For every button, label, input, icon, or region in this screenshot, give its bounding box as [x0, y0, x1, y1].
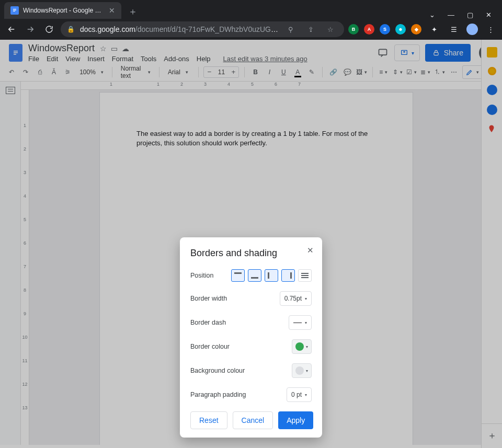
back-button[interactable]: [4, 22, 19, 37]
url-host: docs.google.com: [80, 25, 135, 33]
window-controls: ⌄ — ▢ ✕: [429, 11, 498, 19]
new-tab-button[interactable]: ＋: [126, 4, 140, 19]
share-url-icon[interactable]: ⇪: [303, 22, 318, 37]
docs-app: WindowsReport ☆ ▭ ☁ File Edit View Inser…: [0, 40, 502, 448]
label-border-colour: Border colour: [190, 343, 230, 350]
position-buttons: [231, 269, 312, 282]
border-colour-select[interactable]: [292, 339, 312, 354]
close-window-icon[interactable]: ✕: [486, 11, 492, 19]
svg-rect-3: [13, 11, 15, 12]
apply-button[interactable]: Apply: [278, 411, 313, 429]
label-paragraph-padding: Paragraph padding: [190, 391, 246, 398]
borders-shading-dialog: ✕ Borders and shading Position Border wi…: [180, 237, 322, 438]
border-colour-swatch: [295, 342, 304, 351]
browser-chrome: WindowsReport - Google Docs ✕ ＋ ⌄ — ▢ ✕ …: [0, 0, 502, 40]
profile-avatar-icon[interactable]: [466, 24, 478, 35]
dialog-title: Borders and shading: [190, 248, 312, 259]
paragraph-padding-value: 0 pt: [291, 391, 302, 398]
dash-preview-icon: [293, 323, 302, 323]
browser-tab[interactable]: WindowsReport - Google Docs ✕: [4, 2, 121, 19]
star-icon[interactable]: ☆: [323, 22, 338, 37]
background-colour-select[interactable]: [292, 363, 312, 378]
border-left-button[interactable]: [265, 269, 278, 282]
cancel-button[interactable]: Cancel: [233, 411, 273, 429]
url-path: /document/d/1q-71oFwK_DWhzbV0uzUG3kDP0..…: [135, 25, 278, 33]
border-width-select[interactable]: 0.75pt: [280, 291, 312, 306]
ext-abp-icon[interactable]: A: [364, 24, 374, 35]
lock-icon: 🔒: [67, 26, 75, 33]
ext-s-icon[interactable]: S: [380, 24, 390, 35]
reset-button[interactable]: Reset: [190, 411, 227, 429]
extension-icons: B A S ☻ ◆ ✦ ☰ ⋮: [348, 22, 498, 37]
border-bottom-button[interactable]: [248, 269, 261, 282]
border-top-button[interactable]: [231, 269, 245, 282]
tab-bar: WindowsReport - Google Docs ✕ ＋ ⌄ — ▢ ✕: [0, 0, 502, 19]
ext-bot-icon[interactable]: ☻: [395, 24, 406, 35]
ext-metamask-icon[interactable]: ◆: [411, 24, 421, 35]
maximize-icon[interactable]: ▢: [467, 11, 473, 19]
tab-title: WindowsReport - Google Docs: [23, 7, 105, 14]
omnibox[interactable]: 🔒 docs.google.com/document/d/1q-71oFwK_D…: [61, 21, 344, 37]
svg-rect-1: [13, 9, 16, 9]
background-colour-swatch: [295, 366, 304, 375]
border-right-button[interactable]: [281, 269, 295, 282]
zoom-icon[interactable]: ⚲: [283, 22, 298, 37]
chevron-down-icon[interactable]: ⌄: [429, 11, 435, 19]
label-position: Position: [190, 272, 213, 279]
reading-list-icon[interactable]: ☰: [447, 22, 461, 37]
address-bar: 🔒 docs.google.com/document/d/1q-71oFwK_D…: [0, 19, 502, 40]
paragraph-padding-select[interactable]: 0 pt: [287, 387, 312, 402]
minimize-icon[interactable]: —: [448, 11, 454, 19]
reload-button[interactable]: [42, 22, 56, 37]
url-text: docs.google.com/document/d/1q-71oFwK_DWh…: [80, 25, 278, 33]
svg-rect-2: [13, 10, 16, 10]
forward-button[interactable]: [23, 22, 38, 37]
label-border-width: Border width: [190, 295, 227, 302]
border-dash-select[interactable]: [289, 315, 312, 330]
docs-favicon: [10, 6, 19, 15]
ext-beta-icon[interactable]: B: [348, 24, 359, 35]
border-between-button[interactable]: [298, 269, 312, 282]
kebab-menu-icon[interactable]: ⋮: [483, 22, 498, 37]
label-background-colour: Background colour: [190, 367, 245, 374]
extensions-puzzle-icon[interactable]: ✦: [427, 22, 441, 37]
tab-close-icon[interactable]: ✕: [109, 6, 115, 15]
border-width-value: 0.75pt: [284, 295, 302, 302]
label-border-dash: Border dash: [190, 319, 226, 326]
dialog-close-icon[interactable]: ✕: [307, 246, 314, 255]
